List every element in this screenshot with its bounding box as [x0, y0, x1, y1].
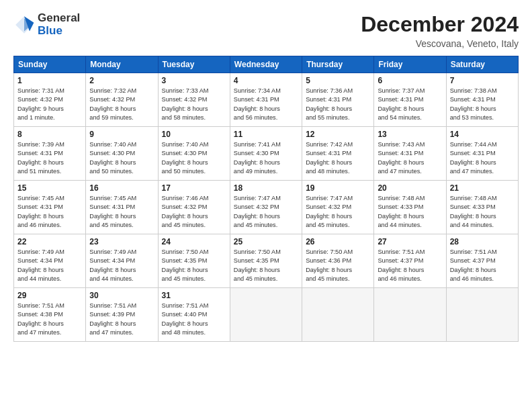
day-number: 3: [162, 76, 226, 85]
calendar-cell: [230, 288, 302, 342]
cell-text: Sunrise: 7:34 AMSunset: 4:31 PMDaylight:…: [234, 87, 298, 122]
logo-text: General Blue: [38, 12, 80, 37]
cell-text: Sunrise: 7:44 AMSunset: 4:31 PMDaylight:…: [450, 140, 515, 176]
day-number: 20: [378, 183, 442, 193]
cell-text: Sunrise: 7:31 AMSunset: 4:32 PMDaylight:…: [17, 87, 82, 122]
title-location: Vescovana, Veneto, Italy: [361, 38, 519, 49]
cell-text: Sunrise: 7:47 AMSunset: 4:32 PMDaylight:…: [234, 194, 298, 230]
week-row-1: 1Sunrise: 7:31 AMSunset: 4:32 PMDaylight…: [14, 73, 519, 127]
day-number: 19: [306, 183, 370, 193]
day-number: 22: [17, 237, 82, 246]
weekday-sunday: Sunday: [14, 56, 86, 73]
day-number: 14: [450, 130, 515, 139]
logo: General Blue: [13, 12, 80, 37]
calendar-cell: 27Sunrise: 7:51 AMSunset: 4:37 PMDayligh…: [374, 234, 446, 288]
cell-text: Sunrise: 7:51 AMSunset: 4:40 PMDaylight:…: [162, 302, 226, 337]
week-row-2: 8Sunrise: 7:39 AMSunset: 4:31 PMDaylight…: [14, 127, 519, 181]
day-number: 6: [378, 76, 442, 85]
calendar-cell: 24Sunrise: 7:50 AMSunset: 4:35 PMDayligh…: [158, 234, 230, 288]
day-number: 16: [89, 183, 154, 193]
calendar-cell: 19Sunrise: 7:47 AMSunset: 4:32 PMDayligh…: [302, 181, 374, 234]
day-number: 30: [89, 291, 154, 300]
page: General Blue December 2024 Vescovana, Ve…: [0, 0, 532, 411]
weekday-monday: Monday: [86, 56, 158, 73]
weekday-wednesday: Wednesday: [230, 56, 302, 73]
calendar-cell: 6Sunrise: 7:37 AMSunset: 4:31 PMDaylight…: [374, 73, 446, 127]
logo-general: General: [38, 12, 80, 25]
day-number: 29: [17, 291, 82, 300]
day-number: 5: [306, 76, 370, 85]
calendar-cell: 8Sunrise: 7:39 AMSunset: 4:31 PMDaylight…: [14, 127, 86, 181]
cell-text: Sunrise: 7:36 AMSunset: 4:31 PMDaylight:…: [306, 87, 370, 122]
day-number: 7: [450, 76, 515, 85]
day-number: 1: [17, 76, 82, 85]
cell-text: Sunrise: 7:32 AMSunset: 4:32 PMDaylight:…: [89, 87, 154, 122]
calendar-cell: 26Sunrise: 7:50 AMSunset: 4:36 PMDayligh…: [302, 234, 374, 288]
cell-text: Sunrise: 7:40 AMSunset: 4:30 PMDaylight:…: [89, 140, 154, 176]
cell-text: Sunrise: 7:42 AMSunset: 4:31 PMDaylight:…: [306, 140, 370, 176]
day-number: 10: [162, 130, 226, 139]
weekday-saturday: Saturday: [446, 56, 518, 73]
logo-icon: [13, 14, 35, 36]
cell-text: Sunrise: 7:51 AMSunset: 4:38 PMDaylight:…: [17, 302, 82, 337]
day-number: 13: [378, 130, 442, 139]
day-number: 2: [89, 76, 154, 85]
cell-text: Sunrise: 7:49 AMSunset: 4:34 PMDaylight:…: [89, 248, 154, 283]
day-number: 27: [378, 237, 442, 246]
cell-text: Sunrise: 7:50 AMSunset: 4:36 PMDaylight:…: [306, 248, 370, 283]
day-number: 17: [162, 183, 226, 193]
week-row-5: 29Sunrise: 7:51 AMSunset: 4:38 PMDayligh…: [14, 288, 519, 342]
cell-text: Sunrise: 7:46 AMSunset: 4:32 PMDaylight:…: [162, 194, 226, 230]
calendar-cell: 13Sunrise: 7:43 AMSunset: 4:31 PMDayligh…: [374, 127, 446, 181]
calendar-cell: 22Sunrise: 7:49 AMSunset: 4:34 PMDayligh…: [14, 234, 86, 288]
cell-text: Sunrise: 7:37 AMSunset: 4:31 PMDaylight:…: [378, 87, 442, 122]
day-number: 4: [234, 76, 298, 85]
calendar-cell: 12Sunrise: 7:42 AMSunset: 4:31 PMDayligh…: [302, 127, 374, 181]
week-row-3: 15Sunrise: 7:45 AMSunset: 4:31 PMDayligh…: [14, 181, 519, 234]
calendar-cell: [374, 288, 446, 342]
cell-text: Sunrise: 7:41 AMSunset: 4:30 PMDaylight:…: [234, 140, 298, 176]
cell-text: Sunrise: 7:51 AMSunset: 4:37 PMDaylight:…: [378, 248, 442, 283]
cell-text: Sunrise: 7:43 AMSunset: 4:31 PMDaylight:…: [378, 140, 442, 176]
calendar-cell: 17Sunrise: 7:46 AMSunset: 4:32 PMDayligh…: [158, 181, 230, 234]
calendar-cell: 20Sunrise: 7:48 AMSunset: 4:33 PMDayligh…: [374, 181, 446, 234]
calendar-cell: 28Sunrise: 7:51 AMSunset: 4:37 PMDayligh…: [446, 234, 518, 288]
day-number: 28: [450, 237, 515, 246]
day-number: 15: [17, 183, 82, 193]
calendar-cell: 10Sunrise: 7:40 AMSunset: 4:30 PMDayligh…: [158, 127, 230, 181]
weekday-thursday: Thursday: [302, 56, 374, 73]
cell-text: Sunrise: 7:49 AMSunset: 4:34 PMDaylight:…: [17, 248, 82, 283]
day-number: 18: [234, 183, 298, 193]
day-number: 9: [89, 130, 154, 139]
calendar-cell: 15Sunrise: 7:45 AMSunset: 4:31 PMDayligh…: [14, 181, 86, 234]
calendar-cell: 25Sunrise: 7:50 AMSunset: 4:35 PMDayligh…: [230, 234, 302, 288]
calendar-cell: 1Sunrise: 7:31 AMSunset: 4:32 PMDaylight…: [14, 73, 86, 127]
cell-text: Sunrise: 7:47 AMSunset: 4:32 PMDaylight:…: [306, 194, 370, 230]
week-row-4: 22Sunrise: 7:49 AMSunset: 4:34 PMDayligh…: [14, 234, 519, 288]
calendar-cell: 31Sunrise: 7:51 AMSunset: 4:40 PMDayligh…: [158, 288, 230, 342]
weekday-header-row: SundayMondayTuesdayWednesdayThursdayFrid…: [14, 56, 519, 73]
calendar-cell: 30Sunrise: 7:51 AMSunset: 4:39 PMDayligh…: [86, 288, 158, 342]
cell-text: Sunrise: 7:51 AMSunset: 4:39 PMDaylight:…: [89, 302, 154, 337]
calendar-table: SundayMondayTuesdayWednesdayThursdayFrid…: [13, 56, 519, 342]
title-month: December 2024: [361, 12, 519, 37]
cell-text: Sunrise: 7:40 AMSunset: 4:30 PMDaylight:…: [162, 140, 226, 176]
day-number: 26: [306, 237, 370, 246]
day-number: 31: [162, 291, 226, 300]
logo-blue: Blue: [38, 25, 80, 38]
cell-text: Sunrise: 7:50 AMSunset: 4:35 PMDaylight:…: [162, 248, 226, 283]
calendar-cell: [302, 288, 374, 342]
calendar-cell: 4Sunrise: 7:34 AMSunset: 4:31 PMDaylight…: [230, 73, 302, 127]
cell-text: Sunrise: 7:50 AMSunset: 4:35 PMDaylight:…: [234, 248, 298, 283]
title-block: December 2024 Vescovana, Veneto, Italy: [361, 12, 519, 49]
day-number: 23: [89, 237, 154, 246]
calendar-cell: 11Sunrise: 7:41 AMSunset: 4:30 PMDayligh…: [230, 127, 302, 181]
day-number: 25: [234, 237, 298, 246]
cell-text: Sunrise: 7:38 AMSunset: 4:31 PMDaylight:…: [450, 87, 515, 122]
calendar-cell: 14Sunrise: 7:44 AMSunset: 4:31 PMDayligh…: [446, 127, 518, 181]
calendar-cell: 29Sunrise: 7:51 AMSunset: 4:38 PMDayligh…: [14, 288, 86, 342]
calendar-cell: 21Sunrise: 7:48 AMSunset: 4:33 PMDayligh…: [446, 181, 518, 234]
calendar-cell: 9Sunrise: 7:40 AMSunset: 4:30 PMDaylight…: [86, 127, 158, 181]
day-number: 24: [162, 237, 226, 246]
weekday-friday: Friday: [374, 56, 446, 73]
